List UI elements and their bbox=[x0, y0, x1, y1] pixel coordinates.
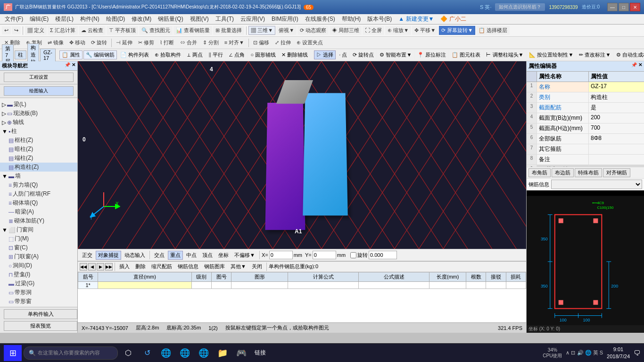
snap-coord[interactable]: 坐标 bbox=[216, 251, 231, 260]
sidebar-item-slab[interactable]: ▷ ▭ 现浇板(B) bbox=[0, 109, 77, 118]
sidebar-item-wall[interactable]: ▼ ▬ 墙 bbox=[0, 172, 77, 181]
prop-row-3[interactable]: 3 截面配筋 是 bbox=[527, 103, 644, 113]
menu-item-newchange[interactable]: ▲ 新建变更▼ bbox=[396, 14, 437, 24]
tb-component-list[interactable]: 📄 构件列表 bbox=[118, 50, 151, 59]
sidebar-item-doorwindow2[interactable]: ⊞ 门联窗(A) bbox=[0, 252, 77, 261]
sidebar-item-door[interactable]: ⬚ 门(M) bbox=[0, 234, 77, 243]
tb-column-table[interactable]: 📋 图元柱表 bbox=[449, 50, 483, 59]
nav-next[interactable]: ▶ bbox=[97, 263, 104, 271]
prop-row-7[interactable]: 7 其它箍筋 bbox=[527, 144, 644, 155]
tb-undo[interactable]: ↩ bbox=[2, 26, 11, 34]
tb-define[interactable]: ▦ 定义 bbox=[25, 26, 47, 35]
tb-pan[interactable]: ✥ 平移▼ bbox=[412, 26, 438, 35]
tb-dynamic[interactable]: ⟳ 动态观察 bbox=[297, 26, 329, 35]
tb-move[interactable]: ✥ 移动 bbox=[67, 38, 88, 47]
tb-trim[interactable]: ✂ 修剪 bbox=[136, 38, 157, 47]
menu-item-bim[interactable]: BIM应用(I) bbox=[269, 14, 301, 24]
tb-property[interactable]: 📋 属性 bbox=[59, 50, 83, 59]
nav-prev[interactable]: ◀ bbox=[88, 263, 96, 271]
tb-extend[interactable]: ⊣ 延伸 bbox=[114, 38, 135, 47]
x-input[interactable] bbox=[269, 251, 293, 259]
menu-item-view[interactable]: 视图(V) bbox=[187, 14, 212, 24]
tray-icons[interactable]: ∧ ⊡ 🔊 🌐 英 S bbox=[566, 349, 603, 356]
app-browser3[interactable]: 🌐 bbox=[176, 345, 193, 361]
snap-intersection[interactable]: 交点 bbox=[152, 251, 167, 260]
app-game[interactable]: 🎮 bbox=[233, 345, 250, 361]
minimize-button[interactable]: — bbox=[607, 3, 618, 11]
snap-center[interactable]: 中点 bbox=[184, 251, 199, 260]
tb-pointangle[interactable]: ∠ 点角 bbox=[226, 50, 247, 59]
tb-fullscreen[interactable]: ⛶ 全屏 bbox=[363, 26, 384, 35]
app-browser2[interactable]: 🌐 bbox=[157, 345, 174, 361]
search-hint[interactable]: 如何点选识别吊筋？ bbox=[495, 3, 545, 11]
sidebar-item-masonrywall[interactable]: ≡ 砌体墙(Q) bbox=[0, 198, 77, 207]
section-draw[interactable]: 绘图输入 bbox=[4, 86, 74, 96]
tb-grip[interactable]: ⊕ 设置夹点 bbox=[294, 38, 325, 47]
tb-smart[interactable]: ⚙ 智能布置▼ bbox=[377, 50, 414, 59]
tb-merge[interactable]: ⇔ 合并 bbox=[178, 38, 199, 47]
tb-stretch[interactable]: ⤢ 拉伸 bbox=[272, 38, 293, 47]
menu-item-edit[interactable]: 编辑(E) bbox=[27, 14, 51, 24]
sidebar-controls[interactable]: 📌 ✕ bbox=[65, 62, 75, 69]
rebar-info-select[interactable] bbox=[551, 180, 642, 189]
sidebar-item-masonryrebar[interactable]: ≣ 砌体加筋(Y) bbox=[0, 216, 77, 225]
tb-twopoint[interactable]: ⊥ 两点 bbox=[184, 50, 205, 59]
tb-check-mark[interactable]: ✏ 查改标注▼ bbox=[577, 50, 613, 59]
rebar-close[interactable]: 关闭 bbox=[249, 262, 264, 271]
close-button[interactable]: ✕ bbox=[630, 3, 640, 11]
prop-row-8[interactable]: 8 备注 bbox=[527, 155, 644, 165]
sidebar-item-niche[interactable]: ⊓ 壁龛(I) bbox=[0, 270, 77, 279]
sidebar-item-darkbeam[interactable]: — 暗梁(A) bbox=[0, 207, 77, 216]
viewport-3d[interactable]: 4 0 A1 X bbox=[78, 61, 526, 249]
search-bar[interactable]: 🔍 在这里输入你要搜索的内容 bbox=[24, 346, 118, 360]
tb-mirror[interactable]: ⇌ 镜像 bbox=[45, 38, 66, 47]
prop-row-4[interactable]: 4 截面宽(B边)(mm) 200 bbox=[527, 113, 644, 123]
snap-midpoint[interactable]: 重点 bbox=[168, 251, 183, 260]
btn-edge-rebar[interactable]: 布边筋 bbox=[552, 168, 574, 177]
app-folder[interactable]: 📁 bbox=[214, 345, 231, 361]
btn-special-rebar[interactable]: 特殊布筋 bbox=[575, 168, 602, 177]
sidebar-item-overbeam[interactable]: ▬ 过梁(G) bbox=[0, 279, 77, 288]
tb-adjust-end[interactable]: ⊢ 调整柱端头▼ bbox=[484, 50, 526, 59]
section-project[interactable]: 工程设置 bbox=[4, 73, 74, 82]
app-browser1[interactable]: ↺ bbox=[139, 345, 156, 361]
rebar-other[interactable]: 其他▼ bbox=[228, 262, 248, 271]
tb-find[interactable]: 🔍 查找图元 bbox=[139, 26, 173, 35]
start-button[interactable]: ⊞ bbox=[4, 345, 22, 361]
tb-batch[interactable]: ⊞ 批量选择 bbox=[213, 26, 244, 35]
cell-diameter[interactable] bbox=[98, 282, 191, 289]
nav-last[interactable]: ▶▶ bbox=[105, 263, 113, 271]
sidebar-item-stripwindow[interactable]: ▭ 带形窗 bbox=[0, 297, 77, 306]
tb-split[interactable]: ⇕ 分割 bbox=[200, 38, 221, 47]
tb-edit-rebar[interactable]: 🔧 编辑钢筋 bbox=[83, 50, 117, 59]
rebar-library[interactable]: 钢筋图库 bbox=[202, 262, 227, 271]
menu-item-cloud[interactable]: 云应用(V) bbox=[238, 14, 268, 24]
tb-rotate2[interactable]: ⟳ 旋转 bbox=[89, 38, 109, 47]
sidebar-item-rfwall[interactable]: ≡ 人防门框墙(RF bbox=[0, 189, 77, 198]
menu-item-draw[interactable]: 绘图(D) bbox=[103, 14, 128, 24]
snap-dynamic[interactable]: 动态输入 bbox=[122, 251, 148, 260]
sidebar-item-window[interactable]: ⊡ 窗(C) bbox=[0, 243, 77, 252]
tb-view-rebar[interactable]: 📊 查看钢筋量 bbox=[173, 26, 212, 35]
tb-zoom[interactable]: ⊕ 缩放▼ bbox=[385, 26, 411, 35]
menu-item-component[interactable]: 构件(N) bbox=[77, 14, 102, 24]
tb-inplace[interactable]: 📍 原位标注 bbox=[415, 50, 448, 59]
menu-item-online[interactable]: 在线服务(S) bbox=[302, 14, 338, 24]
tb-parallel[interactable]: ∥ 平行 bbox=[206, 50, 225, 59]
sidebar-item-constcol[interactable]: ▤ 构造柱(Z) bbox=[0, 163, 77, 172]
rotate-checkbox[interactable] bbox=[350, 252, 356, 258]
menu-item-floor[interactable]: 楼层(L) bbox=[52, 14, 76, 24]
prop-row-1[interactable]: 1 名称 GZ-17 bbox=[527, 82, 644, 92]
rebar-info-btn[interactable]: 钢筋信息 bbox=[175, 262, 201, 271]
tb-circle-aux[interactable]: ○ 圆形辅线 bbox=[248, 50, 278, 59]
tb-cloud-check[interactable]: ☁ 云检查 bbox=[79, 26, 106, 35]
snap-nooffset[interactable]: 不偏移▼ bbox=[232, 251, 257, 260]
sidebar-item-axis[interactable]: ▷ ⊕ 轴线 bbox=[0, 118, 77, 127]
tb-point-draw[interactable]: · 点 bbox=[337, 50, 349, 59]
snap-object[interactable]: 对象捕捉 bbox=[96, 251, 121, 260]
tb-redo[interactable]: ↪ bbox=[12, 26, 21, 34]
menu-item-help[interactable]: 帮助(H) bbox=[339, 14, 364, 24]
tb-auto-gen[interactable]: ⚙ 自动生成构造柱 bbox=[614, 50, 644, 59]
menu-item-tools[interactable]: 工具(T) bbox=[213, 14, 237, 24]
prop-row-2[interactable]: 2 类别 构造柱 bbox=[527, 92, 644, 103]
